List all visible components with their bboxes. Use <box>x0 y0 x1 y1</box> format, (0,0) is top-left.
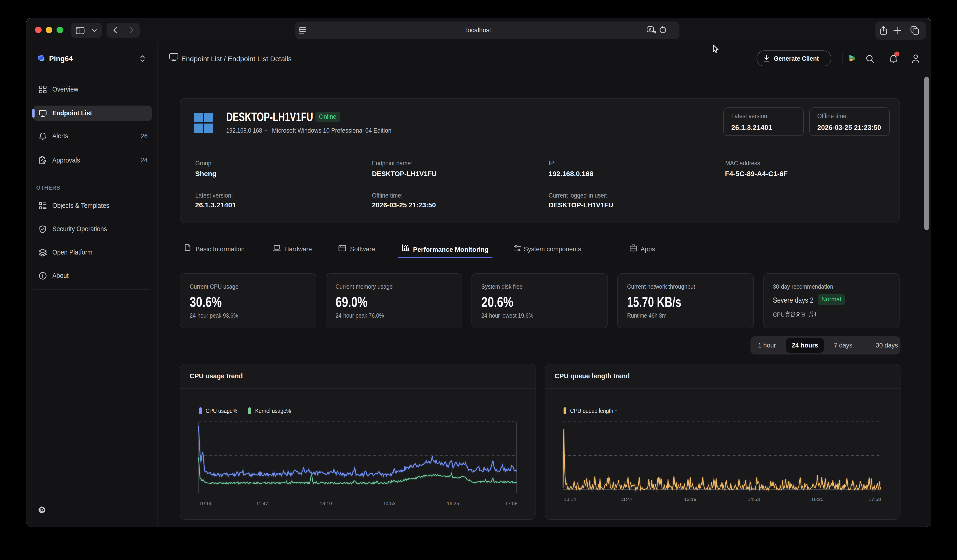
svg-text:13:19: 13:19 <box>684 497 696 502</box>
svg-text:16:25: 16:25 <box>811 497 824 502</box>
svg-text:17:58: 17:58 <box>869 497 881 502</box>
svg-text:10:14: 10:14 <box>564 497 576 502</box>
svg-text:13:19: 13:19 <box>320 501 332 506</box>
svg-text:10:14: 10:14 <box>199 501 212 506</box>
svg-text:17:58: 17:58 <box>505 501 518 506</box>
svg-text:14:53: 14:53 <box>748 497 760 502</box>
svg-text:11:47: 11:47 <box>256 501 268 506</box>
svg-text:11:47: 11:47 <box>621 497 632 502</box>
svg-text:16:25: 16:25 <box>447 501 460 506</box>
svg-text:14:53: 14:53 <box>383 501 396 506</box>
